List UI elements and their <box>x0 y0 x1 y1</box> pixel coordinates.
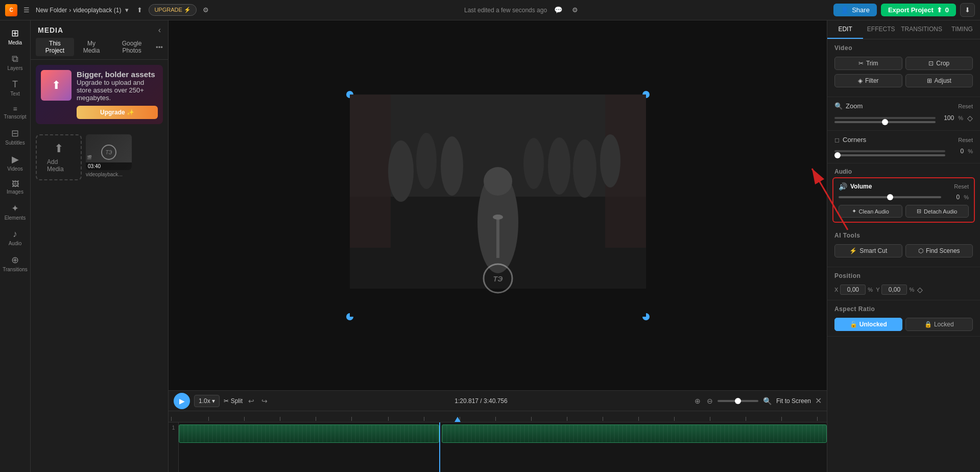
sidebar-item-videos[interactable]: ▶ Videos <box>2 151 29 175</box>
sidebar-item-images[interactable]: 🖼 Images <box>2 177 29 198</box>
share-button[interactable]: 👤 Share <box>833 4 877 16</box>
media-thumb-1[interactable]: ТЭ 03:40 🎬 <box>86 134 132 170</box>
timeline-track-area: 1 <box>169 422 827 472</box>
topbar: C ☰ New Folder › videoplayback (1) ▾ ⬆ U… <box>0 0 980 20</box>
ruler-mark-140: 1:40 <box>527 417 536 423</box>
sidebar-elements-label: Elements <box>5 215 26 221</box>
filter-button[interactable]: ◈ Filter <box>834 74 902 87</box>
video-tools-row: ✂ Trim ⊡ Crop <box>834 57 973 70</box>
media-tab-this-project[interactable]: This Project <box>36 38 74 56</box>
aspect-ratio-row: 🔓 Unlocked 🔒 Locked <box>834 318 973 331</box>
zoom-search-icon: 🔍 <box>834 102 843 110</box>
media-panel-collapse-button[interactable]: ‹ <box>158 26 161 35</box>
sidebar-item-subtitles[interactable]: ⊟ Subtitles <box>2 125 29 149</box>
x-value[interactable]: 0,00 <box>840 285 866 295</box>
position-row: X 0,00 % Y 0,00 % ◇ <box>834 285 973 295</box>
timeline: :0 :10 :20 :30 :40 :50 1:00 1:10 1:20 1:… <box>169 411 827 472</box>
ruler-mark-50: :50 <box>348 417 355 423</box>
zoom-keyframe-icon[interactable]: ◇ <box>967 114 973 122</box>
zoom-reset-link[interactable]: Reset <box>958 103 973 109</box>
media-grid: ⬆ Add Media ТЭ 03:40 🎬 videoplayback... <box>31 129 168 472</box>
clean-audio-button[interactable]: ✦ Clean Audio <box>839 205 902 218</box>
aspect-ratio-title: Aspect Ratio <box>834 305 973 313</box>
upgrade-card-button[interactable]: Upgrade ✨ <box>77 106 158 119</box>
sidebar-item-transcript[interactable]: ≡ Transcript <box>2 102 29 123</box>
settings-icon[interactable]: ⚙ <box>201 4 211 16</box>
breadcrumb-folder[interactable]: New Folder <box>36 7 67 14</box>
sidebar-item-transitions[interactable]: ⊕ Transitions <box>2 251 29 275</box>
zoom-value: 100 <box>940 114 954 122</box>
smart-cut-button[interactable]: ⚡ Smart Cut <box>834 244 902 257</box>
track-clip-before[interactable] <box>179 424 439 443</box>
y-value[interactable]: 0,00 <box>881 285 907 295</box>
comment-icon[interactable]: 💬 <box>552 4 565 16</box>
upgrade-button[interactable]: UPGRADE ⚡ <box>149 4 196 16</box>
zoom-out-button[interactable]: ⊖ <box>705 395 714 407</box>
breadcrumb-project[interactable]: videoplayback (1) <box>73 7 121 14</box>
corners-range-input[interactable] <box>834 154 945 156</box>
find-scenes-label: Find Scenes <box>926 247 960 254</box>
tab-timing[interactable]: TIMING <box>944 20 980 39</box>
detach-audio-button[interactable]: ⊟ Detach Audio <box>905 205 969 218</box>
export-badge: 0 <box>945 6 949 14</box>
adjust-button[interactable]: ⊞ Adjust <box>905 74 973 87</box>
export-button[interactable]: Export Project ⬆ 0 <box>881 4 956 16</box>
zoom-in-button[interactable]: ⊕ <box>693 395 702 407</box>
unlocked-button[interactable]: 🔓 Unlocked <box>834 318 902 331</box>
locked-button[interactable]: 🔒 Locked <box>905 318 973 331</box>
right-ai-tools-section: AI Tools ⚡ Smart Cut ⬡ Find Scenes <box>827 227 980 267</box>
sidebar-item-text[interactable]: T Text <box>2 76 29 100</box>
redo-button[interactable]: ↪ <box>260 395 269 407</box>
media-tab-more[interactable]: ••• <box>156 43 163 51</box>
position-keyframe-icon[interactable]: ◇ <box>917 286 923 294</box>
sidebar-media-label: Media <box>8 40 22 45</box>
ruler-mark-40: :40 <box>313 417 319 423</box>
add-media-button[interactable]: ⬆ Add Media <box>36 134 82 180</box>
tab-transitions[interactable]: TRANSITIONS <box>899 20 944 39</box>
play-icon: ▶ <box>179 397 185 405</box>
trim-button[interactable]: ✂ Trim <box>834 57 902 70</box>
timeline-ruler: :0 :10 :20 :30 :40 :50 1:00 1:10 1:20 1:… <box>169 411 827 422</box>
ruler-mark-150: 1:50 <box>563 417 572 423</box>
media-tab-my-media[interactable]: My Media <box>75 38 108 56</box>
left-sidebar: ⊞ Media ⧉ Layers T Text ≡ Transcript ⊟ S… <box>0 20 31 472</box>
tab-edit[interactable]: EDIT <box>827 20 863 39</box>
topbar-center: Last edited a few seconds ago 💬 ⚙ <box>464 4 580 16</box>
film-background: ТЭ <box>350 95 646 317</box>
crop-button[interactable]: ⊡ Crop <box>905 57 973 70</box>
play-button[interactable]: ▶ <box>174 393 190 409</box>
topbar-settings-icon[interactable]: ⚙ <box>570 4 580 16</box>
volume-reset-link[interactable]: Reset <box>954 183 969 190</box>
speed-value: 1.0x <box>199 397 210 405</box>
tab-effects[interactable]: EFFECTS <box>863 20 899 39</box>
media-item-1[interactable]: ТЭ 03:40 🎬 videoplayback... <box>86 134 132 180</box>
fit-screen-button[interactable]: Fit to Screen <box>776 397 811 405</box>
close-timeline-button[interactable]: ✕ <box>815 396 822 406</box>
media-tab-google-photos[interactable]: Google Photos <box>109 38 155 56</box>
zoom-fit-icon[interactable]: 🔍 <box>761 395 773 407</box>
find-scenes-button[interactable]: ⬡ Find Scenes <box>905 244 973 257</box>
track-clip-after[interactable] <box>442 424 827 443</box>
sidebar-item-audio[interactable]: ♪ Audio <box>2 226 29 249</box>
zoom-slider[interactable] <box>718 400 758 402</box>
share-icon[interactable]: ⬆ <box>135 4 145 16</box>
corners-reset-link[interactable]: Reset <box>958 137 973 143</box>
download-button[interactable]: ⬇ <box>960 3 975 17</box>
breadcrumb-dropdown[interactable]: ▾ <box>123 4 131 16</box>
video-section-title: Video <box>834 44 973 52</box>
undo-button[interactable]: ↩ <box>247 395 256 407</box>
right-aspect-ratio-section: Aspect Ratio 🔓 Unlocked 🔒 Locked <box>827 300 980 337</box>
audio-section-title: Audio <box>834 168 852 175</box>
svg-point-4 <box>388 140 414 202</box>
menu-icon[interactable]: ☰ <box>21 4 32 16</box>
crop-label: Crop <box>936 60 949 67</box>
transcript-icon: ≡ <box>13 105 17 113</box>
volume-range-input[interactable] <box>839 196 941 198</box>
sidebar-item-elements[interactable]: ✦ Elements <box>2 200 29 224</box>
sidebar-item-media[interactable]: ⊞ Media <box>2 25 29 49</box>
zoom-range-input[interactable] <box>834 121 936 123</box>
upgrade-card-image: ⬆ <box>41 70 71 101</box>
speed-button[interactable]: 1.0x ▾ <box>194 395 220 407</box>
split-button[interactable]: ✂ Split <box>224 397 243 405</box>
sidebar-item-layers[interactable]: ⧉ Layers <box>2 51 29 74</box>
